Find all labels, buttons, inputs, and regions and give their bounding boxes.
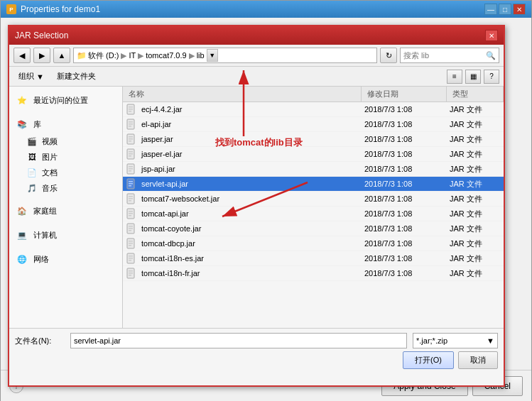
- jar-file-icon: [126, 119, 137, 130]
- file-type-cell: JAR 文件: [447, 238, 504, 249]
- jar-close-button[interactable]: ✕: [485, 30, 498, 41]
- svg-rect-25: [129, 196, 133, 197]
- svg-rect-10: [129, 138, 133, 140]
- file-date-cell: 2018/7/3 1:08: [362, 239, 447, 248]
- file-type-cell: JAR 文件: [447, 224, 504, 234]
- address-sep-3: ▶: [189, 51, 195, 60]
- nav-item-pictures[interactable]: 🖼 图片: [9, 149, 122, 165]
- nav-item-network[interactable]: 🌐 网络: [9, 250, 122, 268]
- nav-pictures-label: 图片: [42, 152, 58, 163]
- file-name-cell: el-api.jar: [123, 119, 362, 130]
- toolbar2-right: ≡ ▦ ?: [447, 70, 499, 84]
- svg-rect-37: [129, 241, 133, 242]
- file-name-cell: jsp-api.jar: [123, 163, 362, 175]
- file-name-cell: tomcat-coyote.jar: [123, 223, 362, 234]
- table-row[interactable]: tomcat-i18n-fr.jar 2018/7/3 1:08 JAR 文件: [123, 266, 504, 281]
- nav-item-recent[interactable]: ⭐ 最近访问的位置: [9, 91, 122, 109]
- properties-body: JAR Selection ✕ ◀ ▶ ▲ 📁 软件 (D:) ▶: [1, 18, 531, 401]
- table-row[interactable]: tomcat-i18n-es.jar 2018/7/3 1:08 JAR 文件: [123, 251, 504, 266]
- view-details-button[interactable]: ▦: [465, 70, 481, 84]
- jar-file-icon: [126, 178, 137, 189]
- svg-rect-5: [129, 121, 133, 123]
- jar-file-icon: [126, 268, 137, 279]
- minimize-button[interactable]: —: [484, 4, 497, 15]
- col-header-type[interactable]: 类型: [447, 87, 504, 101]
- search-input[interactable]: [403, 51, 483, 60]
- file-list-header: 名称 修改日期 类型: [123, 87, 504, 102]
- table-row[interactable]: tomcat-api.jar 2018/7/3 1:08 JAR 文件: [123, 207, 504, 221]
- file-panel: 名称 修改日期 类型 ecj-4.4.2.jar: [123, 87, 504, 328]
- table-row[interactable]: jasper.jar 2018/7/3 1:08 JAR 文件: [123, 132, 504, 147]
- nav-homegroup-label: 家庭组: [33, 206, 57, 216]
- back-button[interactable]: ◀: [13, 48, 31, 63]
- table-row[interactable]: servlet-api.jar 2018/7/3 1:08 JAR 文件: [123, 177, 504, 192]
- address-dropdown-button[interactable]: ▼: [207, 49, 218, 62]
- col-header-name[interactable]: 名称: [123, 87, 362, 101]
- nav-item-video[interactable]: 🎬 视频: [9, 133, 122, 149]
- col-header-date[interactable]: 修改日期: [362, 87, 447, 101]
- nav-item-library[interactable]: 📚 库: [9, 115, 122, 133]
- video-icon: 🎬: [26, 136, 38, 147]
- nav-item-computer[interactable]: 💻 计算机: [9, 226, 122, 244]
- svg-rect-46: [129, 273, 133, 274]
- nav-item-homegroup[interactable]: 🏠 家庭组: [9, 202, 122, 220]
- address-sep-1: ▶: [121, 51, 126, 60]
- file-type-cell: JAR 文件: [447, 164, 504, 175]
- nav-item-music[interactable]: 🎵 音乐: [9, 180, 122, 196]
- file-name-cell: servlet-api.jar: [123, 178, 362, 189]
- new-folder-button[interactable]: 新建文件夹: [52, 69, 101, 84]
- help-button[interactable]: ?: [484, 70, 499, 84]
- file-name-label: servlet-api.jar: [141, 180, 188, 188]
- svg-rect-45: [129, 270, 133, 272]
- titlebar-controls: — □ ✕: [484, 4, 526, 15]
- jar-cancel-button[interactable]: 取消: [458, 351, 498, 369]
- table-row[interactable]: jsp-api.jar 2018/7/3 1:08 JAR 文件: [123, 162, 504, 177]
- computer-icon: 💻: [15, 229, 29, 241]
- file-name-cell: tomcat-i18n-es.jar: [123, 253, 362, 264]
- search-box[interactable]: 🔍: [400, 48, 499, 63]
- file-date-cell: 2018/7/3 1:08: [362, 105, 447, 114]
- file-name-label: tomcat-coyote.jar: [141, 224, 201, 233]
- jar-selection-dialog: JAR Selection ✕ ◀ ▶ ▲ 📁 软件 (D:) ▶: [8, 25, 505, 387]
- address-bar[interactable]: 📁 软件 (D:) ▶ IT ▶ tomcat7.0.9 ▶ lib ▼: [73, 48, 377, 63]
- file-type-cell: JAR 文件: [447, 268, 504, 279]
- filename-input[interactable]: [70, 333, 407, 348]
- open-button[interactable]: 打开(O): [403, 351, 454, 369]
- file-name-cell: tomcat-api.jar: [123, 208, 362, 219]
- address-part-3: tomcat7.0.9: [146, 51, 186, 60]
- table-row[interactable]: ecj-4.4.2.jar 2018/7/3 1:08 JAR 文件: [123, 102, 504, 117]
- table-row[interactable]: tomcat7-websocket.jar 2018/7/3 1:08 JAR …: [123, 192, 504, 207]
- file-date-cell: 2018/7/3 1:08: [362, 120, 447, 128]
- file-name-label: jasper-el.jar: [141, 150, 182, 158]
- table-row[interactable]: jasper-el.jar 2018/7/3 1:08 JAR 文件: [123, 147, 504, 162]
- search-icon: 🔍: [486, 51, 496, 60]
- forward-button[interactable]: ▶: [33, 48, 50, 63]
- svg-rect-33: [129, 226, 133, 227]
- table-row[interactable]: tomcat-dbcp.jar 2018/7/3 1:08 JAR 文件: [123, 236, 504, 251]
- table-row[interactable]: el-api.jar 2018/7/3 1:08 JAR 文件: [123, 117, 504, 132]
- file-type-cell: JAR 文件: [447, 149, 504, 160]
- organize-arrow-icon: ▼: [36, 72, 44, 81]
- nav-panel: ⭐ 最近访问的位置 📚 库 🎬 视频 🖼: [9, 87, 123, 328]
- jar-titlebar-left: JAR Selection: [15, 31, 68, 40]
- file-name-label: jsp-api.jar: [141, 165, 175, 173]
- svg-rect-7: [129, 126, 131, 127]
- documents-icon: 📄: [26, 167, 38, 178]
- file-type-cell: JAR 文件: [447, 194, 504, 204]
- jar-file-icon: [126, 193, 137, 204]
- filetype-dropdown[interactable]: *.jar;*.zip ▼: [413, 333, 498, 348]
- refresh-button[interactable]: ↻: [380, 48, 397, 63]
- jar-dialog-title: JAR Selection: [15, 31, 68, 40]
- file-type-cell: JAR 文件: [447, 209, 504, 219]
- up-button[interactable]: ▲: [53, 48, 70, 63]
- nav-item-documents[interactable]: 📄 文档: [9, 165, 122, 180]
- svg-rect-1: [129, 106, 133, 108]
- close-button[interactable]: ✕: [513, 4, 526, 15]
- organize-button[interactable]: 组织 ▼: [13, 69, 49, 84]
- svg-rect-23: [129, 185, 131, 187]
- file-date-cell: 2018/7/3 1:08: [362, 165, 447, 173]
- properties-titlebar-left: P Properties for demo1: [6, 4, 100, 14]
- table-row[interactable]: tomcat-coyote.jar 2018/7/3 1:08 JAR 文件: [123, 221, 504, 236]
- maximize-button[interactable]: □: [499, 4, 511, 15]
- view-list-button[interactable]: ≡: [447, 70, 462, 84]
